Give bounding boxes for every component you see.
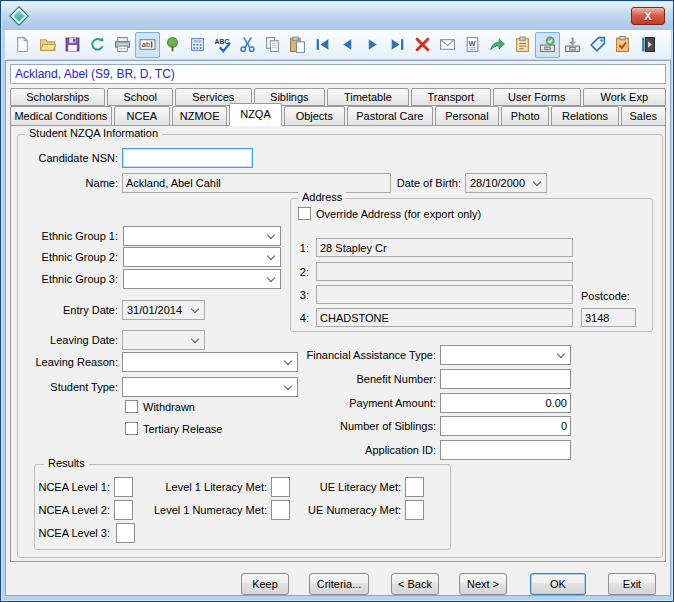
chevron-down-icon [267,231,275,239]
tag-icon[interactable] [585,32,610,58]
postcode-label: Postcode: [581,289,641,303]
level-1-literacy-met-label: Level 1 Literacy Met: [131,480,267,494]
ue-literacy-met-input[interactable] [405,477,424,497]
refresh-icon[interactable] [85,32,110,58]
export-icon[interactable] [485,32,510,58]
number-of-siblings-input[interactable] [440,416,571,436]
close-button[interactable]: X [631,7,665,25]
student-summary: Ackland, Abel (S9, BR, D, TC) [15,67,175,81]
tab-user-forms[interactable]: User Forms [493,88,580,106]
ncea-level-1-label: NCEA Level 1: [19,480,110,494]
ok-button[interactable]: OK [530,573,586,595]
tab-ncea[interactable]: NCEA [114,106,170,126]
candidate-nsn-label: Candidate NSN: [11,151,118,165]
calculator-icon[interactable] [185,32,210,58]
import-icon[interactable] [560,32,585,58]
tab-medical-conditions[interactable]: Medical Conditions [10,106,112,126]
withdrawn-checkbox[interactable] [125,400,138,413]
clipboard-icon[interactable] [510,32,535,58]
title-bar[interactable]: Current Student Maintenance [Ackland, Ab… [2,2,674,30]
tertiary-release-checkbox[interactable] [125,422,138,435]
dob-combo[interactable]: 28/10/2000 [465,173,547,193]
level-1-numeracy-met-label: Level 1 Numeracy Met: [131,503,267,517]
find-field-icon[interactable]: ab [135,32,160,58]
print-icon[interactable] [110,32,135,58]
results-group-title: Results [44,457,89,470]
last-record-icon[interactable] [385,32,410,58]
ethnic-group-2-combo[interactable] [123,247,281,267]
toolbar: ab ABC W [5,30,671,60]
student-type-label: Student Type: [11,380,118,394]
ncea-level-3-input[interactable] [116,523,135,543]
chevron-down-icon [267,252,275,260]
spell-check-icon[interactable]: ABC [210,32,235,58]
ethnic-group-3-combo[interactable] [123,269,281,289]
dob-value: 28/10/2000 [470,177,525,189]
tab-work-exp[interactable]: Work Exp [583,88,666,106]
leaving-reason-combo[interactable] [122,352,298,372]
tree-view-icon[interactable] [160,32,185,58]
tab-scholarships[interactable]: Scholarships [10,88,105,106]
keep-button[interactable]: Keep [241,573,289,595]
ethnic-group-1-combo[interactable] [123,226,281,246]
benefit-number-label: Benefit Number: [291,372,436,386]
tab-photo[interactable]: Photo [501,106,549,126]
word-document-icon[interactable]: W [460,32,485,58]
leaving-date-combo[interactable] [122,330,205,350]
tab-timetable[interactable]: Timetable [327,88,408,106]
tab-school[interactable]: School [107,88,173,106]
payment-amount-input[interactable] [440,393,571,413]
new-document-icon[interactable] [10,32,35,58]
student-nzqa-group-title: Student NZQA Information [25,127,162,140]
exit-button[interactable]: Exit [608,573,656,595]
paste-icon[interactable] [285,32,310,58]
tab-objects[interactable]: Objects [284,106,345,126]
back-button[interactable]: < Back [391,573,439,595]
exit-icon[interactable] [635,32,660,58]
ue-numeracy-met-input[interactable] [405,500,424,520]
override-address-checkbox[interactable] [298,207,311,220]
application-id-input[interactable] [440,440,571,460]
tab-transport[interactable]: Transport [411,88,492,106]
name-field [122,173,391,193]
level-1-literacy-met-input[interactable] [271,477,290,497]
criteria-button[interactable]: Criteria... [309,573,369,595]
address-line-2-label: 2: [294,265,309,279]
financial-assistance-type-combo[interactable] [440,345,571,365]
open-folder-icon[interactable] [35,32,60,58]
delete-icon[interactable] [410,32,435,58]
copy-icon[interactable] [260,32,285,58]
dob-label: Date of Birth: [386,176,461,190]
address-line-3-label: 3: [294,288,309,302]
next-record-icon[interactable] [360,32,385,58]
candidate-nsn-input[interactable] [122,148,253,168]
chevron-down-icon [191,335,199,343]
ethnic-group-2-label: Ethnic Group 2: [11,250,118,264]
tab-nzmoe[interactable]: NZMOE [172,106,227,126]
tab-relations[interactable]: Relations [551,106,618,126]
tab-pastoral-care[interactable]: Pastoral Care [347,106,433,126]
first-record-icon[interactable] [310,32,335,58]
entry-date-combo[interactable]: 31/01/2014 [122,300,205,320]
app-window: Current Student Maintenance [Ackland, Ab… [0,0,674,602]
benefit-number-input[interactable] [440,369,571,389]
number-of-siblings-label: Number of Siblings: [291,419,436,433]
next-button[interactable]: Next > [459,573,507,595]
email-icon[interactable] [435,32,460,58]
previous-record-icon[interactable] [335,32,360,58]
approve-icon[interactable] [535,32,560,58]
chevron-down-icon [191,305,199,313]
address-line-4-field [316,308,573,327]
tab-nzqa[interactable]: NZQA [229,103,281,126]
student-type-combo[interactable] [122,377,298,397]
svg-text:ABC: ABC [215,38,230,45]
save-icon[interactable] [60,32,85,58]
tab-personal[interactable]: Personal [435,106,499,126]
nzqa-tab-panel: Student NZQA Information Candidate NSN: … [10,125,666,562]
checklist-icon[interactable] [610,32,635,58]
level-1-numeracy-met-input[interactable] [271,500,290,520]
tab-sales[interactable]: Sales [621,106,666,126]
ue-literacy-met-label: UE Literacy Met: [301,480,401,494]
cut-icon[interactable] [235,32,260,58]
address-line-3-field [316,285,573,304]
